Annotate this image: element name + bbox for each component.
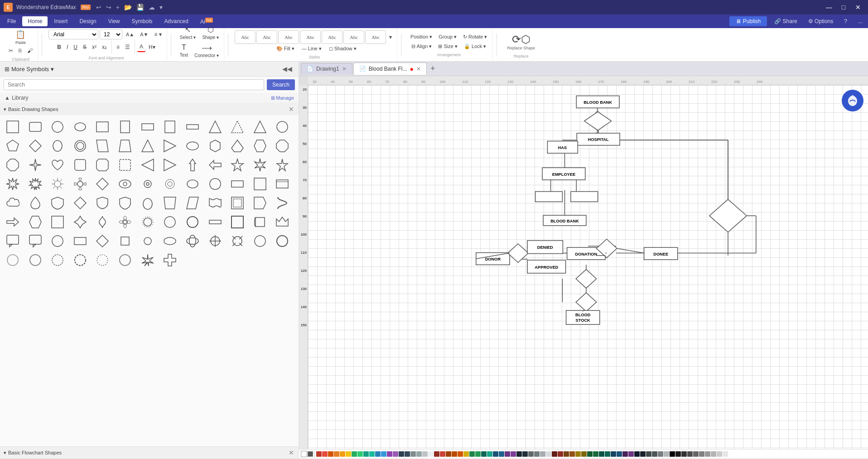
color-swatch[interactable] xyxy=(581,451,587,457)
shape-circle3[interactable] xyxy=(161,213,179,231)
shape-hexagon[interactable] xyxy=(206,137,224,155)
shape-rect4[interactable] xyxy=(139,118,157,136)
highlight-button[interactable]: H▾ xyxy=(146,43,158,52)
shape-sm-ellipse[interactable] xyxy=(161,232,179,250)
shape-fancy-diamond[interactable] xyxy=(71,213,89,231)
shadow-button[interactable]: ◻ Shadow ▾ xyxy=(326,44,359,53)
color-swatch[interactable] xyxy=(711,451,716,457)
auto-save-button[interactable]: ☁ xyxy=(147,3,157,12)
menu-home[interactable]: Home xyxy=(22,16,48,26)
shape-sunburst[interactable] xyxy=(48,175,67,193)
style-swatch-1[interactable]: Abc xyxy=(235,30,256,44)
share-button[interactable]: 🔗 Share xyxy=(771,16,800,26)
list-unordered-button[interactable]: ☰ xyxy=(123,43,132,52)
menu-view[interactable]: View xyxy=(103,16,125,26)
style-swatch-6[interactable]: Abc xyxy=(343,30,364,44)
color-swatch[interactable] xyxy=(628,451,634,457)
collapse-sidebar-button[interactable]: ◀◀ xyxy=(280,64,294,73)
color-swatch[interactable] xyxy=(422,451,428,457)
shape-arrow-up[interactable] xyxy=(183,156,202,174)
shape-star-deco[interactable] xyxy=(139,251,157,269)
shape-rect-thin[interactable] xyxy=(206,213,224,231)
font-align-button[interactable]: ≡ ▾ xyxy=(152,30,164,39)
color-swatch[interactable] xyxy=(516,451,522,457)
shape-dashed-circle[interactable] xyxy=(93,251,111,269)
shape-star-fancy[interactable] xyxy=(93,213,111,231)
font-size-select[interactable]: 12 xyxy=(100,29,122,39)
shape-sm-circle1[interactable] xyxy=(48,232,67,250)
color-swatch[interactable] xyxy=(605,451,610,457)
color-swatch[interactable] xyxy=(340,451,345,457)
color-swatch[interactable] xyxy=(375,451,381,457)
color-swatch[interactable] xyxy=(363,451,369,457)
lock-button[interactable]: 🔒 Lock ▾ xyxy=(461,42,489,51)
color-swatch[interactable] xyxy=(664,451,669,457)
shape-flower[interactable] xyxy=(116,213,134,231)
shape-ellipse[interactable] xyxy=(71,118,89,136)
color-swatch[interactable] xyxy=(717,451,722,457)
color-swatch[interactable] xyxy=(410,451,416,457)
shape-parallelogram[interactable] xyxy=(93,137,111,155)
font-increase-button[interactable]: A▲ xyxy=(124,30,136,39)
shape-rect3[interactable] xyxy=(116,118,134,136)
shape-circle7[interactable] xyxy=(4,251,22,269)
color-swatch[interactable] xyxy=(511,451,516,457)
color-swatch[interactable] xyxy=(587,451,593,457)
custom-color-btn[interactable] xyxy=(308,451,313,457)
shape-double-circle[interactable] xyxy=(71,137,89,155)
shape-banner[interactable] xyxy=(273,175,291,193)
shape-circle4[interactable] xyxy=(183,213,202,231)
color-swatch[interactable] xyxy=(481,451,487,457)
shape-star5[interactable] xyxy=(273,156,291,174)
section-close-drawing[interactable]: ✕ xyxy=(288,106,295,113)
color-swatch[interactable] xyxy=(528,451,534,457)
shape-circle5[interactable] xyxy=(251,232,269,250)
style-swatch-2[interactable]: Abc xyxy=(256,30,277,44)
shape-rect-rounded2[interactable] xyxy=(71,156,89,174)
shape-pentagon2[interactable] xyxy=(228,137,246,155)
shape-star6[interactable] xyxy=(4,175,22,193)
shape-heart[interactable] xyxy=(48,156,67,174)
shape-rect8[interactable] xyxy=(48,213,67,231)
shape-rect5[interactable] xyxy=(161,118,179,136)
color-swatch[interactable] xyxy=(434,451,439,457)
shape-cross[interactable] xyxy=(161,251,179,269)
canvas-wrapper[interactable]: 30 40 50 60 70 80 90 100 110 120 130 140… xyxy=(299,76,868,449)
section-close-flowchart[interactable]: ✕ xyxy=(288,449,295,456)
color-swatch[interactable] xyxy=(723,451,728,457)
shape-diamond[interactable] xyxy=(26,137,44,155)
new-button[interactable]: + xyxy=(114,3,121,12)
color-swatch[interactable] xyxy=(499,451,504,457)
menu-symbols[interactable]: Symbols xyxy=(126,16,158,26)
open-button[interactable]: 📂 xyxy=(122,3,134,12)
color-swatch[interactable] xyxy=(552,451,557,457)
color-swatch[interactable] xyxy=(593,451,598,457)
shape-arrow2[interactable] xyxy=(206,156,224,174)
color-swatch[interactable] xyxy=(652,451,657,457)
shape-sm-diamond[interactable] xyxy=(93,232,111,250)
undo-button[interactable]: ↩ xyxy=(94,3,103,12)
shape-hex3[interactable] xyxy=(26,213,44,231)
shape-star4[interactable] xyxy=(26,156,44,174)
color-swatch[interactable] xyxy=(428,451,434,457)
shape-circle9[interactable] xyxy=(48,251,67,269)
color-swatch[interactable] xyxy=(658,451,663,457)
replace-shape-button[interactable]: ⟳⬡ Replace Shape xyxy=(503,31,539,52)
connector-tool-button[interactable]: ⟶ Connector ▾ xyxy=(192,42,221,59)
color-swatch[interactable] xyxy=(316,451,322,457)
shape-gray-circle[interactable] xyxy=(116,251,134,269)
font-family-select[interactable]: Arial xyxy=(48,29,98,39)
style-swatch-5[interactable]: Abc xyxy=(322,30,342,44)
menu-file[interactable]: File xyxy=(2,16,21,26)
shape-rounded-rect[interactable] xyxy=(26,118,44,136)
shape-rect-wide[interactable] xyxy=(228,175,246,193)
minimize-button[interactable]: — xyxy=(823,2,835,12)
color-swatch[interactable] xyxy=(416,451,422,457)
shape-callout2[interactable] xyxy=(26,232,44,250)
shape-oct2[interactable] xyxy=(4,156,22,174)
shape-ellipse3[interactable] xyxy=(183,137,202,155)
tab-drawing1[interactable]: 📄 Drawing1 ✕ xyxy=(301,63,352,74)
color-swatch[interactable] xyxy=(322,451,328,457)
shape-arrow-tri[interactable] xyxy=(161,137,179,155)
shape-wave-rect[interactable] xyxy=(206,194,224,212)
